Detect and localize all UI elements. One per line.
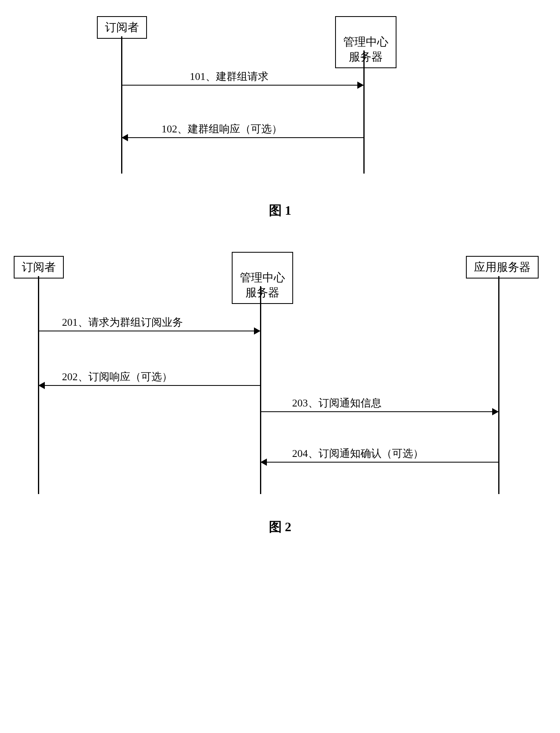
msg-202-label: 202、订阅响应（可选） <box>62 370 172 384</box>
msg-201-label: 201、请求为群组订阅业务 <box>62 315 183 329</box>
arrow-head-icon <box>38 382 45 389</box>
actor-mgmt-center: 管理中心 服务器 <box>335 16 396 68</box>
msg-102-label: 102、建群组响应（可选） <box>161 122 282 136</box>
lifeline-mgmt-center <box>363 50 365 174</box>
msg-203-label: 203、订阅通知信息 <box>292 396 382 410</box>
arrow-203 <box>261 411 498 412</box>
lifeline-app-server <box>498 276 499 494</box>
actor-subscriber-2-label: 订阅者 <box>22 261 56 273</box>
lifeline-subscriber <box>121 36 122 174</box>
arrow-202 <box>39 385 260 386</box>
actor-app-server-label: 应用服务器 <box>474 261 531 273</box>
actor-mgmt-center-2: 管理中心 服务器 <box>232 252 293 304</box>
actor-subscriber-2: 订阅者 <box>14 256 64 279</box>
arrow-head-icon <box>492 408 499 415</box>
arrow-201 <box>39 331 260 331</box>
figure-2-caption: 图 2 <box>8 518 552 536</box>
figure-2: 订阅者 管理中心 服务器 应用服务器 201、请求为群组订阅业务 202、订阅响… <box>8 252 552 536</box>
figure-1-caption: 图 1 <box>8 202 552 220</box>
actor-subscriber: 订阅者 <box>97 16 147 39</box>
arrow-head-icon <box>260 459 267 466</box>
arrow-head-icon <box>122 134 128 141</box>
arrow-head-icon <box>357 82 364 89</box>
arrow-102 <box>122 137 363 138</box>
msg-101-label: 101、建群组请求 <box>190 69 268 84</box>
arrow-204 <box>261 462 498 463</box>
msg-204-label: 204、订阅通知确认（可选） <box>292 446 424 461</box>
actor-mgmt-center-2-label: 管理中心 服务器 <box>240 271 285 298</box>
actor-mgmt-center-label: 管理中心 服务器 <box>343 36 388 63</box>
figure-1: 订阅者 管理中心 服务器 101、建群组请求 102、建群组响应（可选） 图 1 <box>8 16 552 220</box>
arrow-head-icon <box>254 327 260 335</box>
arrow-101 <box>122 85 363 86</box>
actor-subscriber-label: 订阅者 <box>105 21 139 34</box>
actor-app-server: 应用服务器 <box>466 256 539 279</box>
